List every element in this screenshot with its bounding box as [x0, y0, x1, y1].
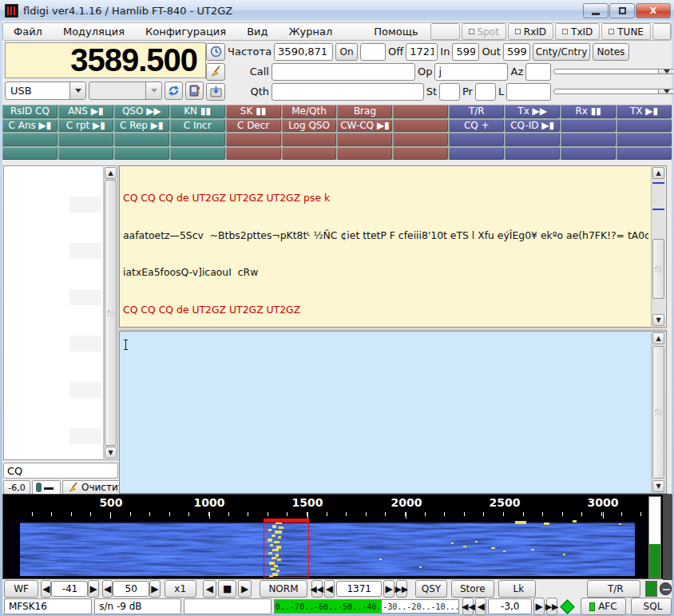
- carrier-down-button[interactable]: ◀: [324, 580, 335, 598]
- carrier-up-button[interactable]: ▶: [383, 580, 394, 598]
- menu-file[interactable]: Файл: [3, 24, 53, 39]
- macro-button[interactable]: SK ▮▮: [226, 105, 281, 118]
- macro-button[interactable]: [561, 119, 616, 133]
- macro-button[interactable]: [561, 147, 616, 161]
- tr-toggle[interactable]: T/R: [587, 580, 640, 598]
- tx-text-panel[interactable]: ▲ ▼: [119, 331, 667, 494]
- sql-toggle[interactable]: SQL: [631, 598, 672, 615]
- macro-button[interactable]: C Decr: [226, 119, 281, 133]
- scrollbar-thumb[interactable]: [652, 239, 664, 299]
- macro-button[interactable]: C rpt ▶▮: [58, 119, 113, 133]
- macro-button[interactable]: C Rep ▶▮: [114, 119, 169, 133]
- menu-view[interactable]: Вид: [236, 24, 278, 39]
- logbook-button[interactable]: [185, 81, 204, 100]
- macro-button[interactable]: [617, 133, 672, 146]
- close-button[interactable]: X: [636, 3, 671, 18]
- qth-field[interactable]: [272, 83, 424, 101]
- qso-time-button[interactable]: [206, 43, 225, 61]
- macro-button[interactable]: Rx ▮▮: [561, 105, 616, 118]
- macro-button[interactable]: TX ▶▮: [617, 105, 672, 118]
- macro-button[interactable]: [393, 147, 448, 161]
- slider-knob[interactable]: [36, 483, 42, 492]
- rst-out-field[interactable]: [503, 43, 530, 61]
- macro-button[interactable]: RsID CQ: [2, 105, 57, 118]
- macro-button[interactable]: C Incr: [170, 119, 225, 133]
- meter-knob[interactable]: [660, 582, 672, 595]
- scroll-down-button[interactable]: ▼: [105, 447, 117, 459]
- shift-down-button[interactable]: ◀: [475, 598, 486, 615]
- scroll-up-button[interactable]: ▲: [652, 332, 664, 344]
- macro-button[interactable]: [393, 133, 448, 146]
- macro-button[interactable]: ANS ▶▮: [58, 105, 113, 118]
- macro-button[interactable]: [505, 147, 560, 161]
- mode-status[interactable]: MFSK16: [4, 598, 92, 614]
- afc-toggle[interactable]: AFC: [581, 598, 626, 615]
- carrier-frequency-value[interactable]: 1371: [336, 581, 382, 597]
- macro-button[interactable]: [282, 133, 337, 146]
- clear-log-fields-button[interactable]: [206, 63, 225, 81]
- macro-button[interactable]: [505, 133, 560, 146]
- gain-value[interactable]: -41: [51, 581, 88, 597]
- macro-button[interactable]: [617, 119, 672, 133]
- scrollbar-thumb[interactable]: [652, 346, 664, 479]
- scroll-up-button[interactable]: ▲: [105, 167, 117, 179]
- rxid-toggle[interactable]: RxID: [508, 23, 553, 40]
- rx-text-panel[interactable]: CQ CQ CQ de UT2GZ UT2GZ UT2GZ pse k aafa…: [119, 165, 667, 328]
- gain-increase-button[interactable]: ▶: [88, 580, 98, 598]
- region-combo[interactable]: [553, 89, 674, 94]
- wf-mode-button[interactable]: WF: [4, 580, 38, 598]
- qsy-button[interactable]: QSY: [415, 580, 447, 598]
- pause-display-button[interactable]: ■: [218, 580, 236, 598]
- macro-button[interactable]: [170, 133, 225, 146]
- macro-button[interactable]: T/R: [449, 105, 504, 118]
- carrier-coarse-down-button[interactable]: ◀◀: [311, 580, 323, 598]
- scrollbar-thumb[interactable]: [105, 180, 117, 446]
- mode-combo[interactable]: USB: [5, 81, 86, 100]
- zoom-button[interactable]: x1: [165, 580, 196, 598]
- browser-scrollbar[interactable]: ▲ ▼: [103, 167, 117, 459]
- macro-button[interactable]: C Ans ▶▮: [2, 119, 57, 133]
- macro-button[interactable]: Tx ▶▶: [505, 105, 560, 118]
- bandwidth-combo[interactable]: [89, 81, 162, 100]
- frequency-display[interactable]: 3589.500: [5, 42, 206, 78]
- macro-button[interactable]: [617, 147, 672, 161]
- macro-button[interactable]: Me/Qth: [282, 105, 337, 118]
- scroll-down-button[interactable]: ▼: [652, 314, 664, 326]
- macro-button[interactable]: [282, 147, 337, 161]
- carrier-coarse-up-button[interactable]: ▶▶: [396, 580, 407, 598]
- macro-button[interactable]: [114, 133, 169, 146]
- macro-button[interactable]: Log QSO: [282, 119, 337, 133]
- macro-button[interactable]: [393, 105, 448, 118]
- macro-button[interactable]: [58, 133, 113, 146]
- locator-field[interactable]: [506, 83, 551, 101]
- call-field[interactable]: [272, 63, 415, 81]
- gain-decrease-button[interactable]: ◀: [41, 580, 51, 598]
- macro-button[interactable]: [561, 133, 616, 146]
- op-field[interactable]: [434, 63, 508, 81]
- macro-button[interactable]: [393, 119, 448, 133]
- macro-button[interactable]: [170, 147, 225, 161]
- shift-coarse-up-button[interactable]: ▶▶: [546, 598, 557, 615]
- menu-modulation[interactable]: Модуляция: [53, 24, 135, 39]
- macro-button[interactable]: KN ▮▮: [170, 105, 225, 118]
- menu-log[interactable]: Журнал: [279, 24, 343, 39]
- tx-scrollbar[interactable]: ▲ ▼: [651, 332, 665, 492]
- shift-coarse-down-button[interactable]: ◀◀: [462, 598, 474, 615]
- province-field[interactable]: [475, 83, 496, 101]
- cnty-cntry-tab[interactable]: Cnty/Cntry: [533, 43, 590, 61]
- scroll-down-button[interactable]: ▼: [652, 480, 664, 492]
- frequency-field[interactable]: [274, 43, 333, 61]
- rx-scrollbar[interactable]: ▲ ▼: [651, 167, 665, 326]
- shift-value[interactable]: -3,0: [488, 598, 532, 614]
- menu-configuration[interactable]: Конфигурация: [135, 24, 236, 39]
- country-combo[interactable]: [553, 69, 674, 74]
- scroll-right-button[interactable]: ▶: [238, 580, 252, 598]
- range-value[interactable]: 50: [113, 581, 149, 597]
- macro-button[interactable]: [58, 147, 113, 161]
- macro-button[interactable]: [2, 147, 57, 161]
- range-increase-button[interactable]: ▶: [149, 580, 160, 598]
- squelch-slider[interactable]: [32, 480, 61, 495]
- scroll-up-button[interactable]: ▲: [652, 167, 664, 179]
- store-button[interactable]: Store: [451, 580, 494, 598]
- rst-in-field[interactable]: [452, 43, 479, 61]
